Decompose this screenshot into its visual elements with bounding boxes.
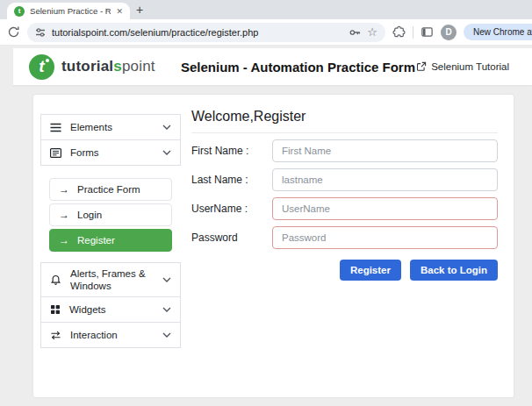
chevron-down-icon xyxy=(162,307,171,312)
chevron-down-icon xyxy=(162,332,171,338)
last-name-input[interactable] xyxy=(272,168,498,191)
logo-text-accent: s xyxy=(113,58,122,75)
sidebar-item-elements[interactable]: Elements xyxy=(40,114,181,140)
bookmark-star-icon[interactable]: ☆ xyxy=(367,26,377,38)
logo-text-light: point xyxy=(122,58,155,75)
sidebar-item-practice-form[interactable]: → Practice Form xyxy=(49,178,172,201)
side-panel-icon[interactable] xyxy=(421,25,434,39)
external-link-icon xyxy=(416,61,427,72)
sidebar-item-interaction[interactable]: Interaction xyxy=(40,322,181,348)
sidebar-item-label: Elements xyxy=(70,121,154,133)
chevron-down-icon xyxy=(162,125,171,130)
sidebar-item-forms[interactable]: Forms xyxy=(40,139,181,166)
page-background: t tutorialspoint Selenium - Automation P… xyxy=(0,46,532,406)
form-row-password: Password xyxy=(191,226,498,249)
profile-avatar[interactable]: D xyxy=(441,25,457,40)
arrow-right-icon: → xyxy=(59,184,69,195)
sidebar-item-label: Forms xyxy=(70,146,154,159)
sidebar-item-login[interactable]: → Login xyxy=(49,203,172,226)
sidebar-item-widgets[interactable]: Widgets xyxy=(40,296,181,323)
first-name-input[interactable] xyxy=(272,139,498,162)
sidebar-item-register[interactable]: → Register xyxy=(49,229,172,252)
first-name-label: First Name : xyxy=(191,145,272,157)
password-input[interactable] xyxy=(272,226,498,249)
form-row-first-name: First Name : xyxy=(191,139,498,162)
register-form: Welcome,Register First Name : Last Name … xyxy=(191,109,498,281)
tab-favicon-icon: t xyxy=(14,6,25,17)
arrow-right-icon: → xyxy=(59,235,69,246)
browser-toolbar: tutorialspoint.com/selenium/practice/reg… xyxy=(0,19,532,46)
form-icon xyxy=(50,148,61,158)
hamburger-icon xyxy=(50,123,61,132)
bell-icon xyxy=(50,274,61,286)
browser-window: t Selenium Practice - Register ✕ + tutor… xyxy=(0,0,532,406)
reload-icon[interactable] xyxy=(7,25,20,39)
password-label: Password xyxy=(191,231,272,244)
tutorialspoint-logo-text: tutorialspoint xyxy=(61,58,155,75)
sidebar-item-label: Register xyxy=(77,235,115,246)
content-card: Elements Forms xyxy=(33,95,514,397)
browser-tab[interactable]: t Selenium Practice - Register ✕ xyxy=(7,3,130,19)
tab-strip: t Selenium Practice - Register ✕ + xyxy=(0,0,532,19)
selenium-tutorial-link[interactable]: Selenium Tutorial xyxy=(416,48,509,85)
sidebar-item-label: Login xyxy=(77,210,102,220)
last-name-label: Last Name : xyxy=(191,174,272,186)
url-text: tutorialspoint.com/selenium/practice/reg… xyxy=(52,27,342,38)
tab-close-icon[interactable]: ✕ xyxy=(116,7,123,16)
tutorialspoint-logo-icon: t xyxy=(29,54,54,80)
sidebar-item-label: Interaction xyxy=(70,329,154,341)
back-to-login-button[interactable]: Back to Login xyxy=(410,260,498,281)
password-key-icon[interactable] xyxy=(349,26,361,39)
form-heading: Welcome,Register xyxy=(191,109,498,133)
extensions-icon[interactable] xyxy=(392,25,406,39)
sidebar-item-label: Alerts, Frames & Windows xyxy=(70,267,154,293)
sidebar: Elements Forms xyxy=(40,114,181,348)
new-tab-button[interactable]: + xyxy=(136,2,143,18)
chevron-down-icon xyxy=(162,150,171,155)
username-input[interactable] xyxy=(272,197,498,220)
address-bar[interactable]: tutorialspoint.com/selenium/practice/reg… xyxy=(27,23,385,42)
sidebar-item-alerts-frames-windows[interactable]: Alerts, Frames & Windows xyxy=(40,262,181,297)
sidebar-item-label: Practice Form xyxy=(77,184,140,195)
sidebar-item-label: Widgets xyxy=(69,303,154,316)
username-label: UserName : xyxy=(191,203,272,215)
form-row-username: UserName : xyxy=(191,197,498,220)
arrow-right-icon: → xyxy=(59,210,69,220)
chevron-down-icon xyxy=(162,277,171,282)
update-chrome-pill[interactable]: New Chrome av xyxy=(464,24,532,40)
tab-title: Selenium Practice - Register xyxy=(30,6,111,16)
site-header: t tutorialspoint Selenium - Automation P… xyxy=(13,48,532,85)
site-info-icon[interactable] xyxy=(35,27,46,38)
form-row-last-name: Last Name : xyxy=(191,168,498,191)
swap-arrows-icon xyxy=(50,331,61,340)
selenium-tutorial-link-label: Selenium Tutorial xyxy=(431,61,509,72)
widgets-grid-icon xyxy=(50,304,61,315)
page-title: Selenium - Automation Practice Form xyxy=(181,48,415,85)
tutorialspoint-logo[interactable]: t tutorialspoint xyxy=(29,54,155,80)
logo-text-bold: tutorial xyxy=(61,58,113,75)
toolbar-divider xyxy=(413,26,413,39)
register-button[interactable]: Register xyxy=(340,260,401,281)
form-buttons: Register Back to Login xyxy=(191,260,498,281)
